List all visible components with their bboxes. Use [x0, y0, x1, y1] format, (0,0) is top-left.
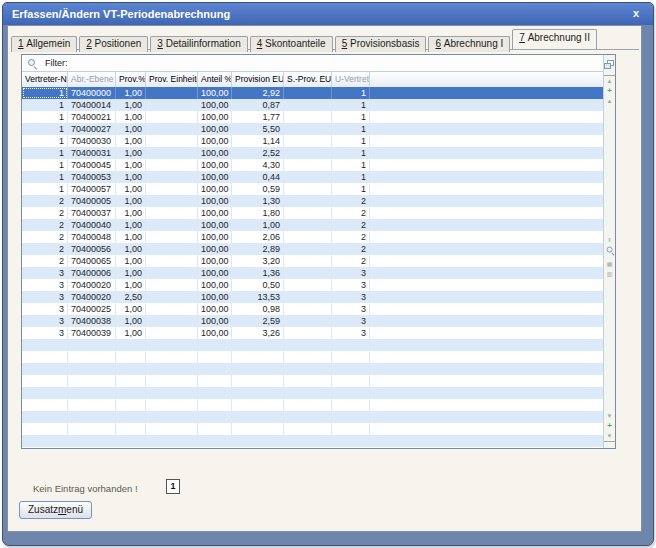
- cell: 1: [22, 147, 68, 159]
- table-row[interactable]: 1704000141,00100,000,871: [22, 99, 604, 111]
- scroll-to-bottom-icon[interactable]: ▼: [604, 431, 615, 442]
- tab-positionen[interactable]: 2 Positionen: [79, 36, 148, 52]
- cell: [146, 387, 198, 399]
- cell-filler: [370, 339, 604, 351]
- cell-filler: [370, 195, 604, 207]
- cell: 1,00: [116, 267, 146, 279]
- cell-filler: [370, 87, 604, 99]
- cell: [68, 423, 116, 435]
- table-row[interactable]: 2704000371,00100,001,802: [22, 207, 604, 219]
- cell: 1,00: [116, 147, 146, 159]
- cell: 1,36: [232, 267, 284, 279]
- table-row[interactable]: 2704000051,00100,001,302: [22, 195, 604, 207]
- table-row[interactable]: 2704000651,00100,003,202: [22, 255, 604, 267]
- filter-bar[interactable]: Filter:: [22, 55, 604, 72]
- search-icon[interactable]: [27, 58, 37, 68]
- close-button[interactable]: x: [633, 3, 639, 25]
- table-row[interactable]: 1704000301,00100,001,141: [22, 135, 604, 147]
- cell: [116, 423, 146, 435]
- cell: 1,00: [116, 219, 146, 231]
- table-row[interactable]: 3704000202,50100,0013,533: [22, 291, 604, 303]
- search-icon[interactable]: [604, 245, 615, 259]
- cell: 2: [332, 243, 370, 255]
- data-grid: Filter: Vertreter-Nr.Abr.-EbeneProv.%Pro…: [21, 54, 616, 449]
- cell: [198, 399, 232, 411]
- cell: 1,00: [116, 303, 146, 315]
- column-header[interactable]: Anteil %: [198, 72, 232, 87]
- table-icon[interactable]: ▦: [604, 259, 615, 269]
- tab-skontoanteile[interactable]: 4 Skontoanteile: [250, 36, 333, 52]
- cell: [284, 267, 332, 279]
- table-row[interactable]: 1704000211,00100,001,771: [22, 111, 604, 123]
- cell: 70400048: [68, 231, 116, 243]
- cell: [146, 327, 198, 339]
- cell: [68, 363, 116, 375]
- table-row[interactable]: 2704000401,00100,001,002: [22, 219, 604, 231]
- tab-detailinformation[interactable]: 3 Detailinformation: [150, 36, 247, 52]
- columns-icon[interactable]: ‖: [604, 235, 615, 245]
- column-header[interactable]: Provision EUR.: [232, 72, 284, 87]
- tab-abrechnung-ii[interactable]: 7 Abrechnung II: [512, 29, 597, 49]
- cell: 2: [332, 255, 370, 267]
- column-header[interactable]: Abr.-Ebene: [68, 72, 116, 87]
- cell: [284, 303, 332, 315]
- cell: 1,00: [116, 231, 146, 243]
- cell: [68, 387, 116, 399]
- cell: 100,00: [198, 207, 232, 219]
- cell-filler: [370, 351, 604, 363]
- table-row[interactable]: 1704000001,00100,002,921: [22, 87, 604, 99]
- cell: [116, 399, 146, 411]
- cell: [116, 351, 146, 363]
- table-row[interactable]: 3704000381,00100,002,593: [22, 315, 604, 327]
- tab-abrechnung-i[interactable]: 6 Abrechnung I: [428, 36, 510, 52]
- table-row[interactable]: 2704000561,00100,002,892: [22, 243, 604, 255]
- cell: 100,00: [198, 87, 232, 99]
- cell: [284, 399, 332, 411]
- cell: 100,00: [198, 255, 232, 267]
- column-header[interactable]: Prov.%: [116, 72, 146, 87]
- cell-filler: [370, 303, 604, 315]
- empty-row: [22, 399, 604, 411]
- cell: 1,77: [232, 111, 284, 123]
- cell: [146, 351, 198, 363]
- grid-scrollbar[interactable]: ▲ + ▲ ‖ ▦ ▥ ▼ + ▼: [603, 55, 615, 448]
- table-row[interactable]: 2704000481,00100,002,062: [22, 231, 604, 243]
- column-header[interactable]: Prov. Einheiten: [146, 72, 198, 87]
- table-row[interactable]: 1704000311,00100,002,521: [22, 147, 604, 159]
- scroll-down-icon[interactable]: ▼: [604, 411, 615, 421]
- tab-provisionsbasis[interactable]: 5 Provisionsbasis: [335, 36, 427, 52]
- cell: 70400037: [68, 207, 116, 219]
- table-row[interactable]: 3704000201,00100,000,503: [22, 279, 604, 291]
- cell: [198, 423, 232, 435]
- cell: [146, 423, 198, 435]
- table-filter-icon[interactable]: ▥: [604, 269, 615, 279]
- table-row[interactable]: 3704000391,00100,003,263: [22, 327, 604, 339]
- add-row-icon[interactable]: +: [604, 86, 615, 96]
- table-row[interactable]: 1704000571,00100,000,591: [22, 183, 604, 195]
- page: Erfassen/Ändern VT-Periodenabrechnung x …: [0, 0, 656, 548]
- scroll-up-icon[interactable]: ▲: [604, 96, 615, 106]
- cell: [198, 375, 232, 387]
- cell: 100,00: [198, 111, 232, 123]
- scroll-to-top-icon[interactable]: ▲: [604, 75, 615, 86]
- cell: 1,00: [116, 171, 146, 183]
- cell: [146, 255, 198, 267]
- table-row[interactable]: 3704000061,00100,001,363: [22, 267, 604, 279]
- cell: [284, 387, 332, 399]
- cell: 1,00: [116, 279, 146, 291]
- cell: 3: [22, 303, 68, 315]
- add-row-icon[interactable]: +: [604, 421, 615, 431]
- column-header[interactable]: Vertreter-Nr.: [22, 72, 68, 87]
- tab-allgemein[interactable]: 1 Allgemein: [11, 36, 77, 52]
- column-header[interactable]: U-Vertreter: [332, 72, 370, 87]
- column-chooser-icon[interactable]: [604, 60, 614, 69]
- zusatzmenu-button[interactable]: Zusatzmenü: [19, 501, 92, 519]
- table-row[interactable]: 1704000271,00100,005,501: [22, 123, 604, 135]
- column-header[interactable]: S.-Prov. EUR.: [284, 72, 332, 87]
- table-row[interactable]: 1704000451,00100,004,301: [22, 159, 604, 171]
- table-row[interactable]: 3704000251,00100,000,983: [22, 303, 604, 315]
- cell: 2,89: [232, 243, 284, 255]
- cell: [22, 351, 68, 363]
- cell: 2,59: [232, 315, 284, 327]
- table-row[interactable]: 1704000531,00100,000,441: [22, 171, 604, 183]
